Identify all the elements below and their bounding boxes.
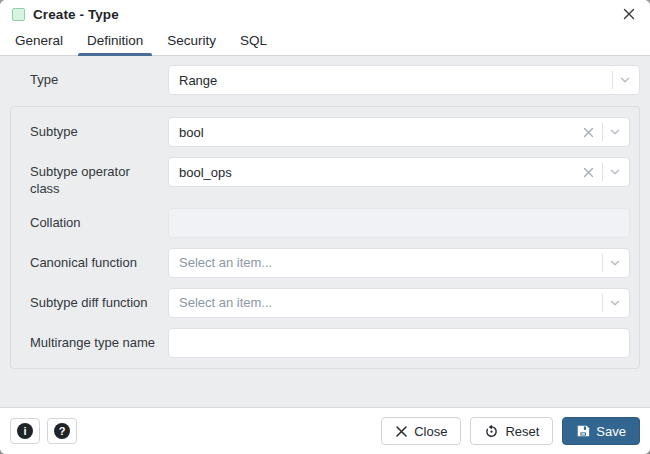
multirange-type-name-label: Multirange type name bbox=[11, 328, 168, 352]
type-label: Type bbox=[10, 65, 168, 89]
subtype-diff-function-label: Subtype diff function bbox=[11, 288, 168, 312]
chevron-down-icon[interactable] bbox=[609, 297, 621, 309]
subtype-label: Subtype bbox=[11, 117, 168, 141]
multirange-type-name-input[interactable] bbox=[168, 328, 630, 358]
save-button-label: Save bbox=[596, 424, 626, 439]
reset-button[interactable]: Reset bbox=[470, 417, 553, 445]
canonical-function-label: Canonical function bbox=[11, 248, 168, 272]
dialog-title: Create - Type bbox=[33, 7, 119, 22]
create-type-dialog: Create - Type General Definition Securit… bbox=[0, 0, 650, 454]
collation-input bbox=[168, 208, 630, 238]
save-button[interactable]: Save bbox=[562, 417, 640, 445]
tab-definition[interactable]: Definition bbox=[78, 28, 152, 55]
subtype-select[interactable]: bool bbox=[168, 117, 630, 147]
type-select-value: Range bbox=[179, 73, 606, 88]
dialog-footer: i ? Close Reset bbox=[0, 407, 650, 454]
chevron-down-icon[interactable] bbox=[609, 166, 621, 178]
range-options-group: Subtype bool Subtype op bbox=[10, 106, 640, 369]
info-button[interactable]: i bbox=[10, 418, 40, 444]
tab-security[interactable]: Security bbox=[158, 28, 225, 55]
subtype-diff-function-select[interactable]: Select an item... bbox=[168, 288, 630, 318]
help-button[interactable]: ? bbox=[47, 418, 77, 444]
help-icon: ? bbox=[54, 423, 70, 439]
reset-button-label: Reset bbox=[505, 424, 539, 439]
save-icon bbox=[576, 424, 590, 438]
tab-sql[interactable]: SQL bbox=[231, 28, 276, 55]
close-button[interactable]: Close bbox=[381, 417, 461, 445]
info-icon: i bbox=[17, 423, 33, 439]
type-row: Type Range bbox=[10, 65, 640, 95]
chevron-down-icon[interactable] bbox=[619, 74, 631, 86]
tab-general[interactable]: General bbox=[6, 28, 72, 55]
dialog-tabs: General Definition Security SQL bbox=[0, 28, 650, 56]
type-icon bbox=[12, 8, 25, 21]
subtype-operator-class-value: bool_ops bbox=[179, 165, 581, 180]
subtype-row: Subtype bool bbox=[11, 117, 630, 147]
chevron-down-icon[interactable] bbox=[609, 126, 621, 138]
canonical-function-row: Canonical function Select an item... bbox=[11, 248, 630, 278]
subtype-diff-function-placeholder: Select an item... bbox=[179, 295, 596, 310]
clear-icon[interactable] bbox=[581, 125, 596, 140]
collation-row: Collation bbox=[11, 208, 630, 238]
chevron-down-icon[interactable] bbox=[609, 257, 621, 269]
close-button-label: Close bbox=[414, 424, 447, 439]
canonical-function-select[interactable]: Select an item... bbox=[168, 248, 630, 278]
type-select[interactable]: Range bbox=[168, 65, 640, 95]
definition-panel: Type Range Subtype bool bbox=[0, 56, 650, 407]
close-icon bbox=[395, 425, 408, 438]
collation-label: Collation bbox=[11, 208, 168, 232]
subtype-operator-class-label: Subtype operator class bbox=[11, 157, 168, 198]
clear-icon[interactable] bbox=[581, 165, 596, 180]
subtype-diff-function-row: Subtype diff function Select an item... bbox=[11, 288, 630, 318]
multirange-type-name-row: Multirange type name bbox=[11, 328, 630, 358]
subtype-operator-class-row: Subtype operator class bool_ops bbox=[11, 157, 630, 198]
subtype-operator-class-select[interactable]: bool_ops bbox=[168, 157, 630, 187]
subtype-select-value: bool bbox=[179, 125, 581, 140]
canonical-function-placeholder: Select an item... bbox=[179, 255, 596, 270]
dialog-close-icon[interactable] bbox=[622, 7, 636, 21]
reset-icon bbox=[484, 424, 499, 439]
dialog-titlebar: Create - Type bbox=[0, 0, 650, 28]
